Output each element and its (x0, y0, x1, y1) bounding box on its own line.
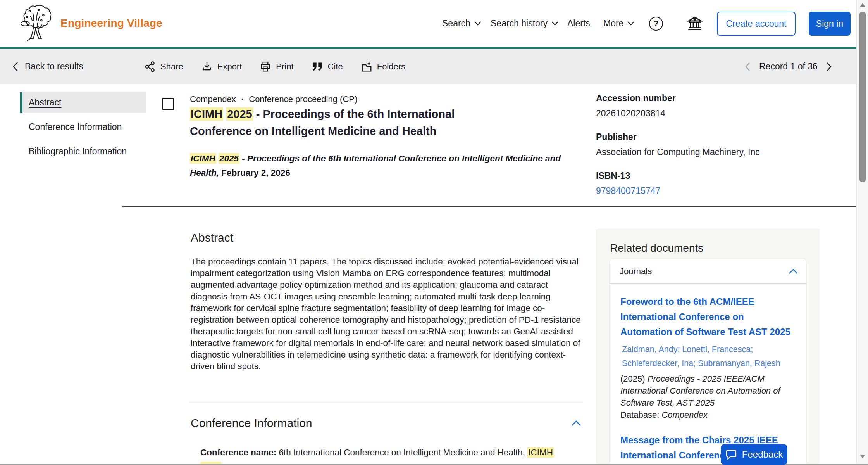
brand-logo[interactable]: Engineering Village (19, 4, 162, 43)
related-document-database: Database: Compendex (620, 409, 796, 421)
back-to-results-label: Back to results (25, 61, 83, 72)
share-label: Share (160, 62, 183, 72)
nav-search-label: Search (442, 18, 470, 29)
journals-group-header[interactable]: Journals (610, 259, 806, 284)
download-icon (201, 61, 213, 73)
cite-button[interactable]: Cite (312, 62, 343, 72)
abstract-heading: Abstract (191, 231, 233, 244)
help-button[interactable]: ? (647, 15, 665, 33)
print-button[interactable]: Print (260, 61, 293, 73)
chevron-left-icon (12, 62, 19, 72)
brand-name: Engineering Village (60, 17, 162, 29)
scrollbar-up-arrow[interactable] (860, 3, 865, 7)
accession-number-label: Accession number (596, 93, 821, 104)
conference-name-value: 6th International Conference on Intellig… (276, 448, 527, 457)
folder-add-icon (361, 61, 372, 73)
record-metadata: Accession number 20261020203814 Publishe… (596, 93, 821, 209)
chevron-down-icon (474, 21, 481, 26)
folders-button[interactable]: Folders (361, 61, 405, 73)
title-highlight: ICIMH (190, 107, 223, 121)
subtitle-highlight: ICIMH (190, 153, 216, 164)
record-title: ICIMH 2025 - Proceedings of the 6th Inte… (190, 105, 504, 140)
record-toolbar: Back to results Share Export (0, 49, 856, 84)
conference-name-label: Conference name: (200, 448, 276, 457)
record-subtitle: ICIMH 2025 - Proceedings of the 6th Inte… (190, 151, 581, 180)
database-label: Database: (620, 410, 661, 420)
sign-in-button[interactable]: Sign in (809, 12, 851, 36)
share-button[interactable]: Share (144, 61, 183, 73)
top-header: Engineering Village Search Search histor… (0, 0, 856, 47)
scrollbar-thumb[interactable] (859, 12, 866, 182)
feedback-button[interactable]: Feedback (721, 444, 787, 465)
conference-name-highlight: ICIMH (527, 447, 554, 458)
institution-bank-icon (687, 16, 703, 32)
export-label: Export (217, 62, 242, 72)
chevron-down-icon (627, 21, 634, 26)
publisher-block: Publisher Association for Computing Mach… (596, 132, 821, 157)
page: { "brand": {"name": "Engineering Village… (0, 0, 868, 465)
sidebar-item-bibliographic-information[interactable]: Bibliographic Information (20, 141, 146, 162)
share-icon (144, 61, 156, 73)
accession-number-block: Accession number 20261020203814 (596, 93, 821, 119)
nav-alerts[interactable]: Alerts (567, 0, 590, 47)
feedback-label: Feedback (742, 449, 783, 460)
accession-number-value: 20261020203814 (596, 108, 821, 119)
isbn-link[interactable]: 9798400715747 (596, 186, 821, 196)
scrollbar-down-arrow[interactable] (860, 455, 865, 458)
related-document-item: Foreword to the 6th ACM/IEEE Internation… (610, 284, 806, 421)
record-nav-label: Record 1 of 36 (759, 61, 818, 72)
elsevier-tree-icon (19, 4, 51, 43)
isbn-block: ISBN-13 9798400715747 (596, 171, 821, 196)
sidebar-item-abstract[interactable]: Abstract (20, 92, 146, 113)
quote-cite-icon (312, 62, 323, 72)
nav-more[interactable]: More (603, 0, 634, 47)
conference-name-line: Conference name: 6th International Confe… (200, 445, 561, 465)
document-type: Conference proceeding (CP) (249, 94, 357, 104)
institution-button[interactable] (686, 15, 704, 33)
back-to-results-button[interactable]: Back to results (12, 49, 83, 84)
help-icon: ? (649, 17, 663, 31)
subtitle-date: February 2, 2026 (219, 168, 290, 178)
publisher-label: Publisher (596, 132, 821, 142)
related-documents-card: Journals Foreword to the 6th ACM/IEEE In… (609, 258, 807, 465)
conference-information-heading: Conference Information (191, 417, 312, 430)
create-account-button[interactable]: Create account (717, 12, 796, 36)
related-document-source: (2025) Proceedings - 2025 IEEE/ACM Inter… (620, 373, 796, 409)
nav-search[interactable]: Search (442, 0, 481, 47)
print-label: Print (276, 62, 293, 72)
database-value: Compendex (661, 410, 708, 420)
header-divider (122, 206, 856, 207)
section-nav-sidebar: Abstract Conference Information Bibliogr… (20, 92, 146, 166)
record-type-line: Compendex • Conference proceeding (CP) (190, 94, 357, 104)
printer-icon (260, 61, 271, 73)
nav-alerts-label: Alerts (567, 18, 590, 29)
journals-group-label: Journals (620, 266, 652, 277)
database-name: Compendex (190, 94, 236, 104)
isbn-label: ISBN-13 (596, 171, 821, 181)
collapse-group-chevron-icon[interactable] (789, 269, 798, 274)
toolbar-actions: Share Export Print (144, 49, 405, 84)
sidebar-item-conference-information[interactable]: Conference Information (20, 117, 146, 137)
abstract-divider (189, 403, 583, 403)
record-pagination: Record 1 of 36 (745, 49, 832, 84)
folders-label: Folders (377, 62, 405, 72)
nav-search-history[interactable]: Search history (491, 0, 558, 47)
speech-bubble-icon (725, 449, 737, 460)
subtitle-highlight: 2025 (219, 153, 239, 164)
related-document-authors[interactable]: Zaidman, Andy; Lonetti, Francesca; Schie… (620, 342, 796, 370)
related-documents-panel: Related documents Journals Foreword to t… (596, 229, 820, 465)
nav-search-history-label: Search history (491, 18, 548, 29)
cite-label: Cite (328, 62, 343, 72)
collapse-section-chevron-icon[interactable] (571, 420, 581, 426)
related-documents-heading: Related documents (610, 242, 703, 254)
related-document-title-link[interactable]: Foreword to the 6th ACM/IEEE Internation… (620, 294, 796, 339)
title-highlight: 2025 (226, 107, 253, 121)
separator-dot: • (241, 96, 244, 103)
chevron-down-icon (551, 21, 558, 26)
next-record-button[interactable] (826, 62, 832, 71)
abstract-text: The proceedings contain 11 papers. The t… (191, 256, 584, 372)
export-button[interactable]: Export (201, 61, 242, 73)
publisher-value: Association for Computing Machinery, Inc (596, 147, 821, 157)
previous-record-button[interactable] (745, 62, 751, 71)
record-select-checkbox[interactable] (162, 98, 174, 110)
